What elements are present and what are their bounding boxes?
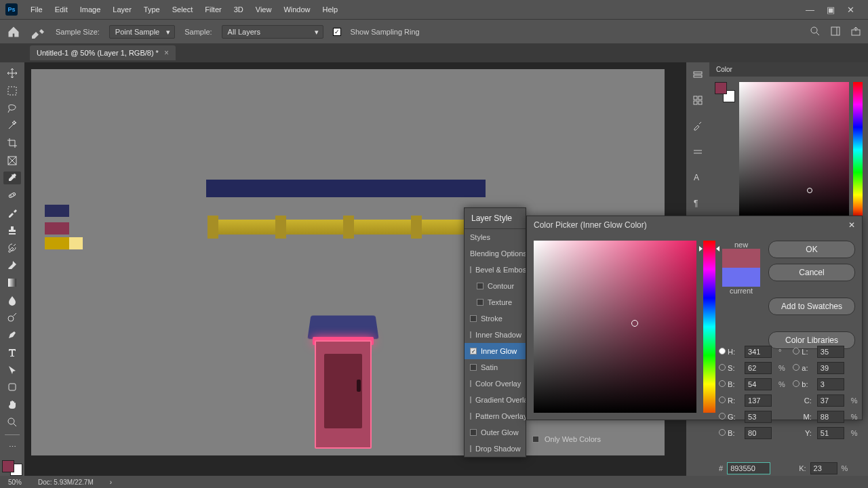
k-input[interactable] [810,462,837,474]
pen-tool[interactable] [3,328,21,342]
share-icon[interactable] [850,26,861,38]
menu-file[interactable]: File [24,3,49,16]
bb-input[interactable] [817,378,844,390]
layer-style-item[interactable]: Color Overlay [465,375,526,392]
c-input[interactable] [817,394,844,407]
s-input[interactable] [745,362,772,374]
style-checkbox[interactable] [470,445,471,452]
color-field[interactable] [739,82,849,218]
style-checkbox[interactable]: ✓ [470,348,477,354]
menu-image[interactable]: Image [74,3,107,16]
layer-style-item[interactable]: Blending Options [465,245,526,262]
hand-tool[interactable] [3,398,21,411]
move-tool[interactable] [3,66,21,80]
r-input[interactable] [745,394,772,407]
minimize-icon[interactable]: — [806,5,814,15]
add-swatches-button[interactable]: Add to Swatches [768,298,855,315]
s-radio[interactable] [719,364,726,371]
panel-icon[interactable]: ¶ [690,195,706,211]
layer-style-item[interactable]: Texture [465,294,526,310]
wand-tool[interactable] [3,119,21,132]
panel-icon[interactable] [690,118,706,134]
m-input[interactable] [817,411,844,423]
marquee-tool[interactable] [3,84,21,98]
layer-style-item[interactable]: Gradient Overlay [465,392,526,408]
owc-checkbox[interactable] [532,436,539,443]
layer-style-item[interactable]: Contour [465,278,526,294]
current-tool-icon[interactable] [30,24,46,40]
style-checkbox[interactable] [470,380,471,387]
cancel-button[interactable]: Cancel [768,264,855,281]
zoom-level[interactable]: 50% [8,479,22,486]
foreground-swatch[interactable] [2,460,14,472]
g-radio[interactable] [719,413,726,420]
style-checkbox[interactable] [470,396,471,403]
dialog-close-icon[interactable]: ✕ [848,220,855,230]
color-panel-tab[interactable]: Color [709,62,868,77]
frame-tool[interactable] [3,154,21,167]
layer-style-item[interactable]: Drop Shadow [465,441,526,457]
style-checkbox[interactable] [477,283,484,289]
bl-input[interactable] [745,427,772,439]
panel-icon[interactable]: A [690,169,706,186]
dodge-tool[interactable] [3,311,21,325]
eraser-tool[interactable] [3,258,21,272]
a-radio[interactable] [793,364,800,371]
h-radio[interactable] [719,348,726,354]
zoom-tool[interactable] [3,415,21,429]
panel-fg-swatch[interactable] [715,82,727,94]
blur-tool[interactable] [3,293,21,307]
hue-slider[interactable] [703,241,715,413]
sample-size-select[interactable]: Point Sample ▾ [109,25,175,39]
b-radio[interactable] [719,380,726,387]
style-checkbox[interactable] [470,413,471,420]
workspace-icon[interactable] [830,26,841,38]
lasso-tool[interactable] [3,102,21,115]
menu-3d[interactable]: 3D [228,3,250,16]
only-web-colors[interactable]: Only Web Colors [532,435,601,443]
search-icon[interactable] [810,26,821,38]
document-tab[interactable]: Untitled-1 @ 50% (Layer 1, RGB/8) * × [30,45,176,60]
menu-select[interactable]: Select [166,3,199,16]
style-checkbox[interactable] [470,266,471,273]
show-sampling-checkbox[interactable]: ✓ [333,28,341,36]
home-icon[interactable] [7,25,20,39]
layer-style-item[interactable]: Inner Shadow [465,327,526,343]
style-checkbox[interactable] [477,299,484,306]
close-icon[interactable]: ✕ [847,5,854,15]
y-input[interactable] [817,427,844,439]
style-checkbox[interactable] [470,429,477,436]
shape-tool[interactable] [3,381,21,394]
new-color-swatch[interactable] [722,249,760,268]
edit-toolbar-icon[interactable]: ⋯ [3,441,21,454]
layer-style-item[interactable]: ✓Inner Glow [465,343,526,359]
l-input[interactable] [817,346,844,358]
menu-filter[interactable]: Filter [199,3,227,16]
a-input[interactable] [817,362,844,374]
status-chevron-icon[interactable]: › [110,479,112,486]
menu-layer[interactable]: Layer [106,3,138,16]
hue-strip[interactable] [853,82,863,218]
b-input[interactable] [745,378,772,390]
h-input[interactable] [745,346,772,358]
history-brush-tool[interactable] [3,241,21,255]
menu-view[interactable]: View [250,3,278,16]
style-checkbox[interactable] [470,331,471,338]
r-radio[interactable] [719,396,726,403]
layer-style-item[interactable]: Pattern Overlay [465,408,526,424]
menu-type[interactable]: Type [138,3,166,16]
g-input[interactable] [745,411,772,423]
sample-select[interactable]: All Layers ▾ [222,25,323,39]
menu-help[interactable]: Help [317,3,344,16]
layer-style-item[interactable]: Stroke [465,310,526,327]
path-select-tool[interactable] [3,363,21,377]
hex-input[interactable] [727,462,770,474]
brush-tool[interactable] [3,206,21,220]
panel-icon[interactable] [690,92,706,108]
fgbg-swatch[interactable] [2,460,22,476]
layer-style-item[interactable]: Bevel & Emboss [465,262,526,278]
ok-button[interactable]: OK [768,241,855,258]
maximize-icon[interactable]: ▣ [827,5,835,15]
panel-icon[interactable] [690,66,706,83]
layer-style-item[interactable]: Satin [465,359,526,375]
